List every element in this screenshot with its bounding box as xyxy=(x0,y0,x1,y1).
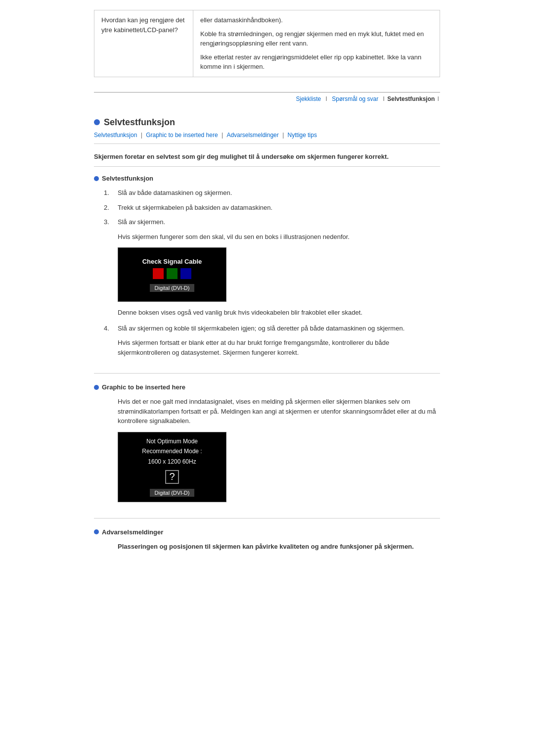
nav-bar: Sjekkliste l Spørsmål og svar l Selvtest… xyxy=(94,92,440,105)
steps-list: 1. Slå av både datamaskinen og skjermen.… xyxy=(94,188,440,227)
breadcrumb-sep-1: | xyxy=(141,132,144,139)
advarsel-text: Plasseringen og posisjonen til skjermen … xyxy=(94,542,440,552)
color-block-red xyxy=(153,268,164,279)
signal-box-subtitle: Digital (DVI-D) xyxy=(150,284,195,292)
step-1-text: Slå av både datamaskinen og skjermen. xyxy=(118,188,440,198)
breadcrumb-link-4[interactable]: Nyttige tips xyxy=(288,132,317,139)
nav-sporsmal[interactable]: Spørsmål og svar xyxy=(332,95,378,102)
self-test-title: Selvtestfunksjon xyxy=(94,175,440,182)
answer-line-3: Ikke etterlat rester av rengjøringsmidde… xyxy=(200,52,433,72)
top-info-table: Hvordan kan jeg rengjøre det ytre kabine… xyxy=(94,10,440,77)
heading-bullet-icon xyxy=(94,119,100,125)
breadcrumb-link-3[interactable]: Advarselsmeldinger xyxy=(226,132,278,139)
nav-sep-2: l xyxy=(383,95,385,102)
nav-sjekkliste[interactable]: Sjekkliste xyxy=(296,95,321,102)
optimum-line-3: 1600 x 1200 60Hz xyxy=(148,458,196,466)
graphic-section-title: Graphic to be inserted here xyxy=(94,383,440,391)
graphic-subsection: Graphic to be inserted here Hvis det er … xyxy=(94,383,440,519)
nav-selvtest-active: Selvtestfunksjon xyxy=(387,95,435,102)
breadcrumb-links: Selvtestfunksjon | Graphic to be inserte… xyxy=(94,132,440,144)
step-4-text: Slå av skjermen og koble til skjermkabel… xyxy=(118,324,440,333)
main-title: Selvtestfunksjon xyxy=(104,117,175,128)
step-2: 2. Trekk ut skjermkabelen på baksiden av… xyxy=(104,203,440,213)
step-1-num: 1. xyxy=(104,188,114,198)
signal-cable-box: Check Signal Cable Digital (DVI-D) xyxy=(118,247,226,302)
table-answers: eller datamaskinhåndboken). Koble fra st… xyxy=(193,10,440,77)
advarsel-bullet-icon xyxy=(94,529,99,534)
step-4-num: 4. xyxy=(104,324,114,333)
self-test-subsection: Selvtestfunksjon 1. Slå av både datamask… xyxy=(94,175,440,374)
advarsel-section: Advarselsmeldinger Plasseringen og posis… xyxy=(94,528,440,552)
self-test-bullet-icon xyxy=(94,176,99,181)
step-4-list: 4. Slå av skjermen og koble til skjermka… xyxy=(94,324,440,333)
answer-line-1: eller datamaskinhåndboken). xyxy=(200,15,433,25)
advarsel-title: Advarselsmeldinger xyxy=(94,528,440,536)
breadcrumb-sep-3: | xyxy=(282,132,285,139)
intro-paragraph: Skjermen foretar en selvtest som gir deg… xyxy=(94,152,440,167)
advarsel-title-label: Advarselsmeldinger xyxy=(102,528,163,536)
graphic-section-title-label: Graphic to be inserted here xyxy=(102,383,185,391)
breadcrumb-sep-2: | xyxy=(222,132,224,139)
step-4: 4. Slå av skjermen og koble til skjermka… xyxy=(104,324,440,333)
optimum-subtitle: Digital (DVI-D) xyxy=(150,489,195,497)
step-3: 3. Slå av skjermen. xyxy=(104,217,440,227)
step-3-note: Hvis skjermen fungerer som den skal, vil… xyxy=(94,232,440,242)
step-2-num: 2. xyxy=(104,203,114,213)
table-question: Hvordan kan jeg rengjøre det ytre kabine… xyxy=(94,10,193,77)
self-test-title-label: Selvtestfunksjon xyxy=(102,175,153,182)
signal-box-title: Check Signal Cable xyxy=(142,258,202,265)
optimum-line-1: Not Optimum Mode xyxy=(146,437,198,446)
step-2-text: Trekk ut skjermkabelen på baksiden av da… xyxy=(118,203,440,213)
graphic-bullet-icon xyxy=(94,385,99,390)
box-note: Denne boksen vises også ved vanlig bruk … xyxy=(94,308,440,318)
step-3-text: Slå av skjermen. xyxy=(118,217,440,227)
signal-box-color-blocks xyxy=(153,268,191,279)
step-1: 1. Slå av både datamaskinen og skjermen. xyxy=(104,188,440,198)
breadcrumb-link-1[interactable]: Selvtestfunksjon xyxy=(94,132,137,139)
color-block-green xyxy=(167,268,178,279)
optimum-line-2: Recommended Mode : xyxy=(142,447,202,456)
main-section-heading: Selvtestfunksjon xyxy=(94,117,440,128)
optimum-mode-box: Not Optimum Mode Recommended Mode : 1600… xyxy=(118,432,226,502)
optimum-question-mark: ? xyxy=(165,470,179,484)
answer-line-2: Koble fra strømledningen, og rengjør skj… xyxy=(200,29,433,48)
nav-sep-3: l xyxy=(438,95,439,102)
graphic-description: Hvis det er noe galt med inndatasignalet… xyxy=(94,397,440,426)
nav-sep-1: l xyxy=(326,95,327,102)
breadcrumb-link-2[interactable]: Graphic to be inserted here xyxy=(146,132,218,139)
color-block-blue xyxy=(180,268,191,279)
step-3-num: 3. xyxy=(104,217,114,227)
step-4-note: Hvis skjermen fortsatt er blank etter at… xyxy=(94,338,440,357)
